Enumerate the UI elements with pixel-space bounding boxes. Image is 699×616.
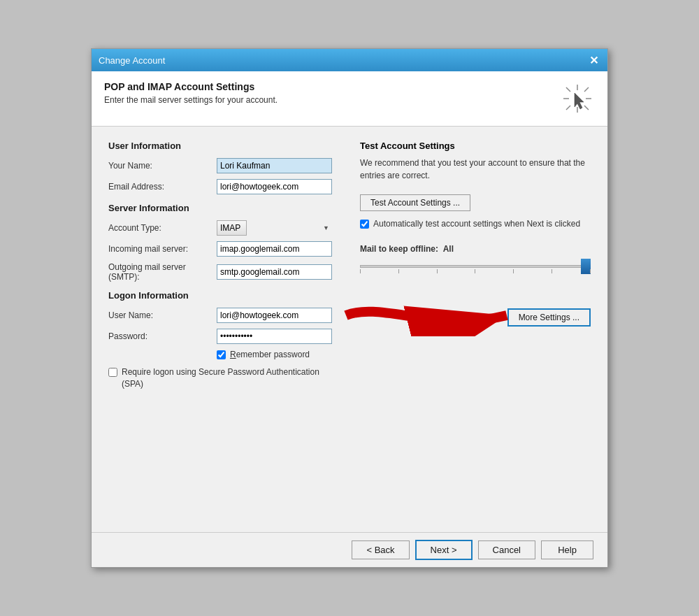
user-info-section-title: User Information xyxy=(108,141,332,151)
outgoing-server-label: Outgoing mail server (SMTP): xyxy=(108,262,217,282)
test-account-description: We recommend that you test your account … xyxy=(360,157,591,182)
email-label: Email Address: xyxy=(108,182,217,192)
email-row: Email Address: xyxy=(108,179,332,194)
incoming-server-label: Incoming mail server: xyxy=(108,244,217,254)
header-subtitle: Enter the mail server settings for your … xyxy=(104,95,278,105)
username-row: User Name: xyxy=(108,308,332,323)
next-button[interactable]: Next > xyxy=(415,540,473,560)
slider-fill xyxy=(361,266,590,267)
your-name-label: Your Name: xyxy=(108,161,217,171)
remember-password-label: Remember password xyxy=(230,350,310,359)
email-input[interactable] xyxy=(217,179,332,194)
auto-test-checkbox[interactable] xyxy=(360,220,369,229)
help-button[interactable]: Help xyxy=(541,540,593,559)
offline-slider-container xyxy=(360,259,591,273)
account-type-select[interactable]: IMAP POP3 xyxy=(217,220,247,236)
auto-test-label: Automatically test account settings when… xyxy=(373,218,580,230)
username-label: User Name: xyxy=(108,310,217,320)
title-bar: Change Account ✕ xyxy=(92,49,607,71)
test-account-section-title: Test Account Settings xyxy=(360,141,591,151)
close-button[interactable]: ✕ xyxy=(586,53,600,67)
password-label: Password: xyxy=(108,331,217,341)
back-button[interactable]: < Back xyxy=(352,540,409,559)
dialog-title: Change Account xyxy=(99,55,165,66)
incoming-server-input[interactable] xyxy=(217,241,332,257)
header-title: POP and IMAP Account Settings xyxy=(104,81,278,92)
remember-password-checkbox[interactable] xyxy=(217,350,226,359)
header-text: POP and IMAP Account Settings Enter the … xyxy=(104,81,278,105)
content-area: User Information Your Name: Email Addres… xyxy=(92,127,607,532)
incoming-server-row: Incoming mail server: xyxy=(108,241,332,257)
more-settings-area: More Settings ... xyxy=(360,294,591,327)
slider-track xyxy=(360,265,591,268)
header-icon xyxy=(560,81,595,116)
right-panel: Test Account Settings We recommend that … xyxy=(353,141,591,518)
password-row: Password: xyxy=(108,329,332,344)
outgoing-server-input[interactable] xyxy=(217,264,332,280)
username-input[interactable] xyxy=(217,308,332,323)
change-account-dialog: Change Account ✕ POP and IMAP Account Se… xyxy=(91,48,608,568)
auto-test-row: Automatically test account settings when… xyxy=(360,218,591,230)
outgoing-server-row: Outgoing mail server (SMTP): xyxy=(108,262,332,282)
spa-label: Require logon using Secure Password Auth… xyxy=(122,366,332,390)
svg-line-5 xyxy=(584,106,589,110)
footer: < Back Next > Cancel Help xyxy=(92,532,607,567)
svg-line-4 xyxy=(566,87,570,92)
svg-line-7 xyxy=(566,106,570,110)
your-name-row: Your Name: xyxy=(108,158,332,173)
logon-info-section-title: Logon Information xyxy=(108,290,332,301)
red-arrow-decoration xyxy=(339,294,549,336)
account-type-select-wrapper: IMAP POP3 xyxy=(217,220,332,236)
cancel-button[interactable]: Cancel xyxy=(478,540,535,559)
offline-label: Mail to keep offline: All xyxy=(360,244,591,254)
offline-section: Mail to keep offline: All xyxy=(360,244,591,273)
spa-row: Require logon using Secure Password Auth… xyxy=(108,366,332,390)
spa-checkbox[interactable] xyxy=(108,368,117,377)
slider-ticks xyxy=(360,269,591,273)
your-name-input[interactable] xyxy=(217,158,332,173)
account-type-label: Account Type: xyxy=(108,223,217,233)
password-input[interactable] xyxy=(217,329,332,344)
svg-line-6 xyxy=(584,87,589,92)
remember-password-row: Remember password xyxy=(217,350,332,359)
settings-icon xyxy=(562,83,593,114)
header-section: POP and IMAP Account Settings Enter the … xyxy=(92,71,607,127)
left-panel: User Information Your Name: Email Addres… xyxy=(108,141,332,518)
account-type-row: Account Type: IMAP POP3 xyxy=(108,220,332,236)
test-account-settings-button[interactable]: Test Account Settings ... xyxy=(360,194,470,211)
server-info-section-title: Server Information xyxy=(108,203,332,213)
svg-marker-8 xyxy=(575,93,584,109)
